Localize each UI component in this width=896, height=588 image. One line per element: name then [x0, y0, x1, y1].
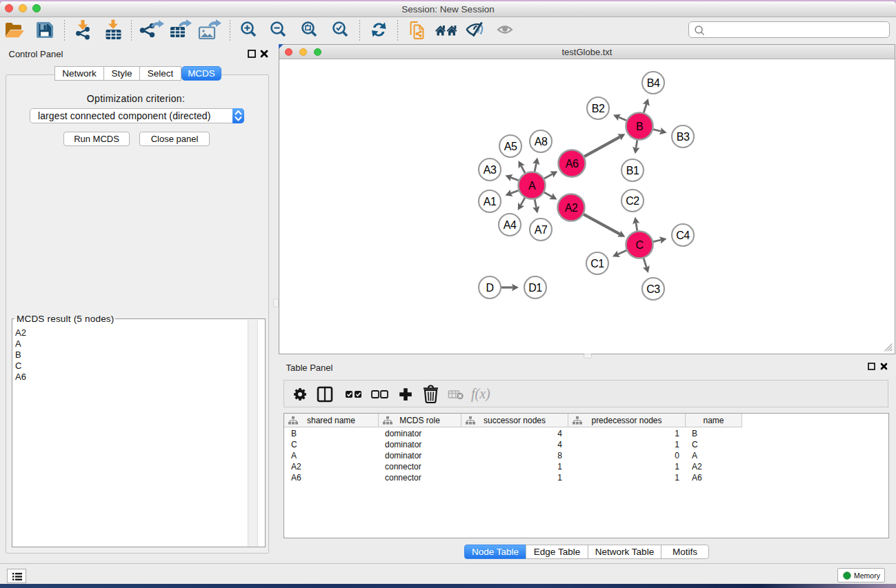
svg-text:C3: C3: [646, 283, 660, 295]
svg-text:A1: A1: [484, 196, 497, 207]
svg-text:B1: B1: [626, 165, 639, 176]
svg-text:B3: B3: [677, 131, 690, 143]
svg-text:C1: C1: [590, 258, 604, 270]
svg-text:A: A: [528, 180, 536, 192]
svg-text:A7: A7: [535, 224, 548, 236]
svg-text:A8: A8: [535, 136, 548, 148]
svg-text:B2: B2: [592, 103, 605, 114]
svg-text:C2: C2: [626, 195, 639, 207]
svg-text:B: B: [636, 121, 643, 132]
svg-text:B4: B4: [647, 77, 660, 89]
svg-text:D: D: [486, 282, 493, 294]
svg-text:A5: A5: [504, 141, 517, 152]
svg-text:A2: A2: [565, 202, 578, 214]
svg-text:A6: A6: [566, 158, 579, 170]
svg-text:C4: C4: [676, 230, 690, 241]
svg-text:D1: D1: [528, 282, 542, 294]
svg-text:A4: A4: [504, 219, 517, 231]
svg-text:A3: A3: [484, 164, 497, 176]
svg-text:f(x): f(x): [471, 386, 490, 402]
svg-text:C: C: [635, 239, 643, 251]
